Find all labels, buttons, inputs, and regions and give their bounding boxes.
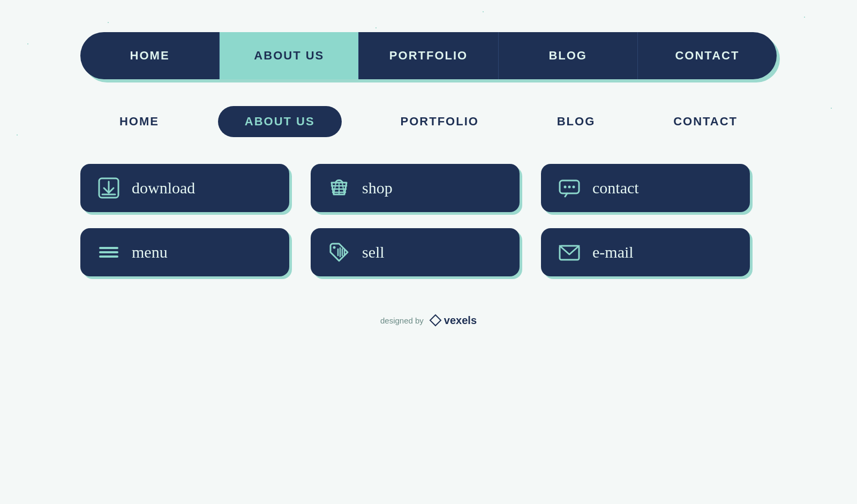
shop-label: shop [362, 179, 393, 197]
nav-about-us[interactable]: ABOUT US [220, 32, 359, 79]
menu-label: menu [132, 243, 168, 261]
download-label: download [132, 179, 195, 197]
nav2-about-us[interactable]: ABOUT US [218, 106, 342, 137]
vexels-diamond-icon [429, 314, 442, 327]
footer-logo: vexels [429, 314, 477, 327]
svg-marker-22 [430, 315, 441, 326]
download-icon [95, 176, 122, 200]
nav-contact[interactable]: CONTACT [638, 32, 777, 79]
nav-home[interactable]: HOME [80, 32, 220, 79]
shop-icon [326, 176, 352, 200]
nav2-portfolio[interactable]: PORTFOLIO [381, 106, 498, 137]
sell-button[interactable]: sell [311, 228, 520, 276]
menu-button[interactable]: menu [80, 228, 289, 276]
email-icon [556, 240, 583, 264]
sell-label: sell [362, 243, 385, 261]
footer-designed-by: designed by [380, 316, 424, 325]
navbar-minimal: HOME ABOUT US PORTFOLIO BLOG CONTACT [80, 106, 777, 137]
navbar-full: HOME ABOUT US PORTFOLIO BLOG CONTACT [80, 32, 777, 79]
footer-brand: vexels [444, 314, 477, 327]
email-label: e-mail [592, 243, 634, 261]
svg-point-11 [568, 186, 571, 189]
shop-button[interactable]: shop [311, 164, 520, 212]
email-button[interactable]: e-mail [541, 228, 750, 276]
contact-button[interactable]: contact [541, 164, 750, 212]
contact-icon [556, 176, 583, 200]
svg-point-10 [564, 186, 567, 189]
menu-icon [95, 240, 122, 264]
download-button[interactable]: download [80, 164, 289, 212]
nav-blog[interactable]: BLOG [499, 32, 638, 79]
buttons-section: download shop [80, 164, 777, 276]
buttons-row-1: download shop [80, 164, 777, 212]
footer: designed by vexels [380, 314, 477, 327]
sell-icon [326, 240, 352, 264]
nav-portfolio[interactable]: PORTFOLIO [359, 32, 498, 79]
svg-point-16 [333, 246, 336, 249]
svg-point-12 [573, 186, 575, 189]
nav2-contact[interactable]: CONTACT [654, 106, 757, 137]
nav2-blog[interactable]: BLOG [538, 106, 615, 137]
buttons-row-2: menu sell [80, 228, 777, 276]
contact-label: contact [592, 179, 639, 197]
nav2-home[interactable]: HOME [100, 106, 178, 137]
